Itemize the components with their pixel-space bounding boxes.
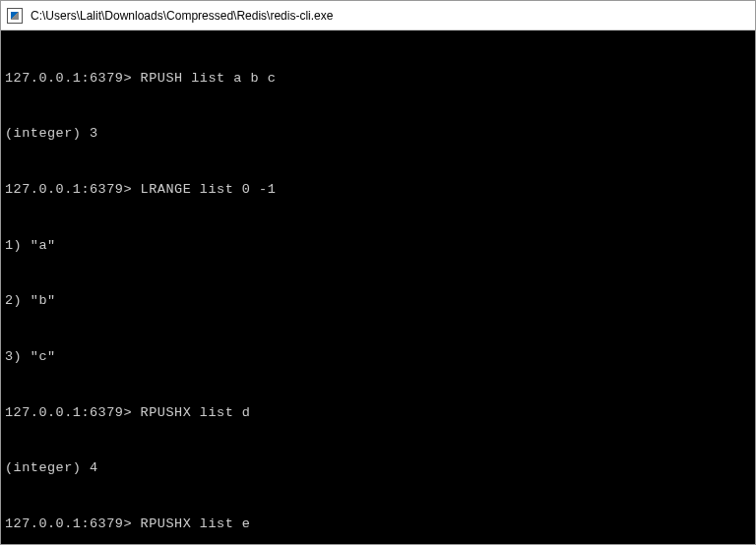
terminal-line: 2) "b" <box>5 292 751 311</box>
terminal-window: C:\Users\Lalit\Downloads\Compressed\Redi… <box>0 0 756 545</box>
titlebar[interactable]: C:\Users\Lalit\Downloads\Compressed\Redi… <box>1 1 755 30</box>
window-title: C:\Users\Lalit\Downloads\Compressed\Redi… <box>31 9 333 23</box>
terminal-line: (integer) 3 <box>5 125 751 144</box>
terminal-line: 1) "a" <box>5 237 751 256</box>
terminal-body[interactable]: 127.0.0.1:6379> RPUSH list a b c (intege… <box>1 30 755 544</box>
terminal-line: 127.0.0.1:6379> RPUSHX list e <box>5 515 751 534</box>
terminal-line: 127.0.0.1:6379> LRANGE list 0 -1 <box>5 181 751 200</box>
terminal-line: (integer) 4 <box>5 459 751 478</box>
terminal-line: 3) "c" <box>5 348 751 367</box>
terminal-line: 127.0.0.1:6379> RPUSH list a b c <box>5 70 751 89</box>
app-icon <box>7 8 23 24</box>
terminal-line: 127.0.0.1:6379> RPUSHX list d <box>5 404 751 423</box>
